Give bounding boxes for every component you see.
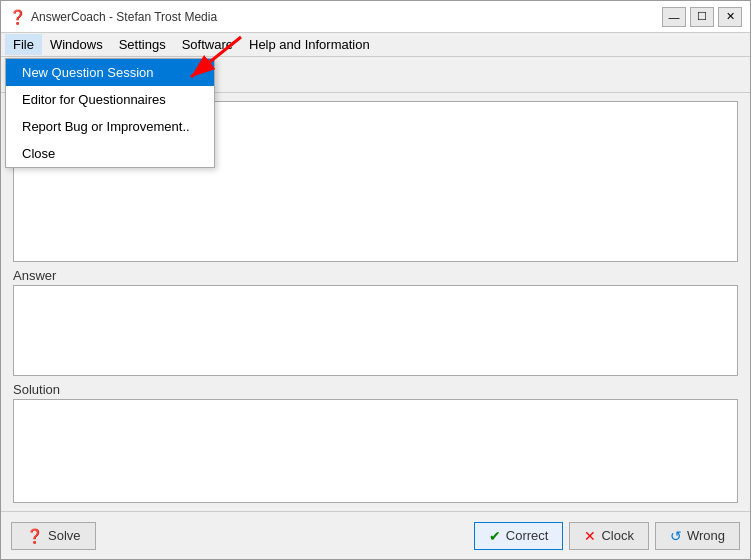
menu-report[interactable]: Report Bug or Improvement.. <box>6 113 214 140</box>
solve-label: Solve <box>48 528 81 543</box>
menu-file[interactable]: File New Question Session Editor for Que… <box>5 34 42 55</box>
bottom-right: ✔ Correct ✕ Clock ↺ Wrong <box>474 522 740 550</box>
maximize-button[interactable]: ☐ <box>690 7 714 27</box>
bottom-left: ❓ Solve <box>11 522 96 550</box>
title-bar: ❓ AnswerCoach - Stefan Trost Media — ☐ ✕ <box>1 1 750 33</box>
wrong-label: Wrong <box>687 528 725 543</box>
report-label: Report Bug or Improvement.. <box>22 119 190 134</box>
clock-button[interactable]: ✕ Clock <box>569 522 649 550</box>
menu-help-label: Help and Information <box>249 37 370 52</box>
wrong-icon: ↺ <box>670 528 682 544</box>
title-bar-left: ❓ AnswerCoach - Stefan Trost Media <box>9 9 217 25</box>
correct-label: Correct <box>506 528 549 543</box>
new-session-label: New Question Session <box>22 65 154 80</box>
answer-section: Answer <box>13 268 738 376</box>
main-window: ❓ AnswerCoach - Stefan Trost Media — ☐ ✕… <box>0 0 751 560</box>
menu-windows-label: Windows <box>50 37 103 52</box>
title-controls: — ☐ ✕ <box>662 7 742 27</box>
solve-button[interactable]: ❓ Solve <box>11 522 96 550</box>
answer-label: Answer <box>13 268 738 283</box>
correct-button[interactable]: ✔ Correct <box>474 522 564 550</box>
solve-icon: ❓ <box>26 528 43 544</box>
answer-input[interactable] <box>13 285 738 376</box>
menu-editor[interactable]: Editor for Questionnaires <box>6 86 214 113</box>
menu-file-label: File <box>13 37 34 52</box>
close-label: Close <box>22 146 55 161</box>
menu-settings[interactable]: Settings <box>111 34 174 55</box>
minimize-button[interactable]: — <box>662 7 686 27</box>
menu-bar: File New Question Session Editor for Que… <box>1 33 750 57</box>
solution-section: Solution <box>13 382 738 503</box>
clock-label: Clock <box>601 528 634 543</box>
solution-display <box>13 399 738 503</box>
close-button[interactable]: ✕ <box>718 7 742 27</box>
editor-label: Editor for Questionnaires <box>22 92 166 107</box>
menu-new-session[interactable]: New Question Session <box>6 59 214 86</box>
menu-software-label: Software <box>182 37 233 52</box>
solution-label: Solution <box>13 382 738 397</box>
window-title: AnswerCoach - Stefan Trost Media <box>31 10 217 24</box>
menu-close[interactable]: Close <box>6 140 214 167</box>
correct-icon: ✔ <box>489 528 501 544</box>
file-dropdown: New Question Session Editor for Question… <box>5 58 215 168</box>
wrong-button[interactable]: ↺ Wrong <box>655 522 740 550</box>
app-icon: ❓ <box>9 9 25 25</box>
menu-windows[interactable]: Windows <box>42 34 111 55</box>
clock-icon: ✕ <box>584 528 596 544</box>
menu-settings-label: Settings <box>119 37 166 52</box>
menu-software[interactable]: Software <box>174 34 241 55</box>
menu-help[interactable]: Help and Information <box>241 34 378 55</box>
bottom-bar: ❓ Solve ✔ Correct ✕ Clock ↺ Wrong <box>1 511 750 559</box>
